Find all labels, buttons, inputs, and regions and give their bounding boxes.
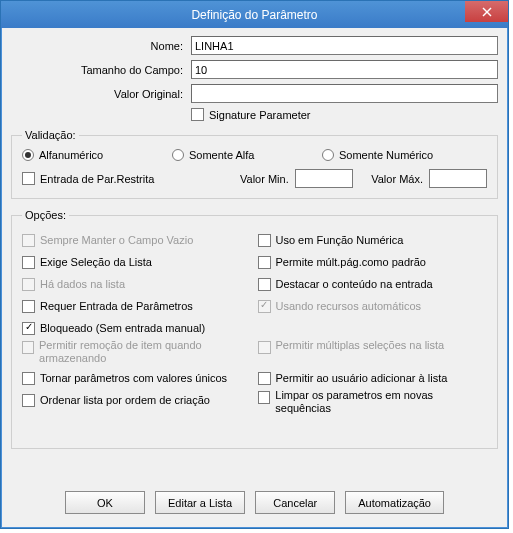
multi-page-default-checkbox[interactable]: Permite múlt.pág.como padrão [258, 251, 488, 273]
radio-alphanumeric-label: Alfanumérico [39, 149, 103, 161]
window-title: Definição do Parâmetro [191, 8, 317, 22]
restricted-entry-checkbox[interactable]: Entrada de Par.Restrita [22, 172, 240, 185]
restricted-entry-label: Entrada de Par.Restrita [40, 173, 154, 185]
radio-alpha-only-label: Somente Alfa [189, 149, 254, 161]
close-button[interactable] [465, 1, 508, 22]
titlebar: Definição do Parâmetro [1, 1, 508, 28]
user-add-to-list-checkbox[interactable]: Permitir ao usuário adicionar à lista [258, 367, 488, 389]
user-add-to-list-label: Permitir ao usuário adicionar à lista [276, 372, 448, 384]
highlight-on-entry-checkbox[interactable]: Destacar o conteúdo na entrada [258, 273, 488, 295]
numeric-function-label: Uso em Função Numérica [276, 234, 404, 246]
allow-remove-on-store-label: Permitir remoção de item quando armazena… [39, 339, 251, 364]
radio-alphanumeric[interactable]: Alfanumérico [22, 149, 172, 161]
has-list-data-label: Há dados na lista [40, 278, 125, 290]
original-value-input[interactable] [191, 84, 498, 103]
clear-new-seq-checkbox[interactable]: Limpar os parametros em novas sequências [258, 389, 488, 417]
signature-parameter-checkbox[interactable]: Signature Parameter [191, 108, 311, 121]
radio-numeric-only[interactable]: Somente Numérico [322, 149, 433, 161]
require-param-entry-label: Requer Entrada de Parâmetros [40, 300, 193, 312]
validation-legend: Validação: [22, 129, 79, 141]
ok-button[interactable]: OK [65, 491, 145, 514]
validation-group: Validação: Alfanumérico Somente Alfa Som… [11, 129, 498, 199]
multi-select-checkbox: Permitir múltiplas seleções na lista [258, 339, 488, 367]
require-list-selection-checkbox[interactable]: Exige Seleção da Lista [22, 251, 252, 273]
require-list-selection-label: Exige Seleção da Lista [40, 256, 152, 268]
min-value-input[interactable] [295, 169, 353, 188]
options-group: Opções: Sempre Manter o Campo Vazio Exig… [11, 209, 498, 449]
has-list-data-checkbox: Há dados na lista [22, 273, 252, 295]
locked-checkbox[interactable]: Bloqueado (Sem entrada manual) [22, 317, 252, 339]
always-blank-label: Sempre Manter o Campo Vazio [40, 234, 193, 246]
auto-resources-checkbox: Usando recursos automáticos [258, 295, 488, 317]
max-value-input[interactable] [429, 169, 487, 188]
automation-button[interactable]: Automatização [345, 491, 444, 514]
clear-new-seq-label: Limpar os parametros em novas sequências [275, 389, 487, 414]
close-icon [482, 7, 492, 17]
options-legend: Opções: [22, 209, 69, 221]
radio-numeric-only-label: Somente Numérico [339, 149, 433, 161]
auto-resources-label: Usando recursos automáticos [276, 300, 422, 312]
unique-params-label: Tornar parâmetros com valores únicos [40, 372, 227, 384]
radio-alpha-only[interactable]: Somente Alfa [172, 149, 322, 161]
order-by-creation-checkbox[interactable]: Ordenar lista por ordem de criação [22, 389, 252, 411]
unique-params-checkbox[interactable]: Tornar parâmetros com valores únicos [22, 367, 252, 389]
require-param-entry-checkbox[interactable]: Requer Entrada de Parâmetros [22, 295, 252, 317]
field-size-input[interactable] [191, 60, 498, 79]
field-size-label: Tamanho do Campo: [11, 64, 191, 76]
locked-label: Bloqueado (Sem entrada manual) [40, 322, 205, 334]
cancel-button[interactable]: Cancelar [255, 491, 335, 514]
min-value-label: Valor Min. [240, 173, 289, 185]
highlight-on-entry-label: Destacar o conteúdo na entrada [276, 278, 433, 290]
numeric-function-checkbox[interactable]: Uso em Função Numérica [258, 229, 488, 251]
original-value-label: Valor Original: [11, 88, 191, 100]
signature-parameter-label: Signature Parameter [209, 109, 311, 121]
edit-list-button[interactable]: Editar a Lista [155, 491, 245, 514]
always-blank-checkbox: Sempre Manter o Campo Vazio [22, 229, 252, 251]
order-by-creation-label: Ordenar lista por ordem de criação [40, 394, 210, 406]
allow-remove-on-store-checkbox: Permitir remoção de item quando armazena… [22, 339, 252, 367]
max-value-label: Valor Máx. [371, 173, 423, 185]
multi-select-label: Permitir múltiplas seleções na lista [276, 339, 445, 351]
name-label: Nome: [11, 40, 191, 52]
name-input[interactable] [191, 36, 498, 55]
multi-page-default-label: Permite múlt.pág.como padrão [276, 256, 426, 268]
